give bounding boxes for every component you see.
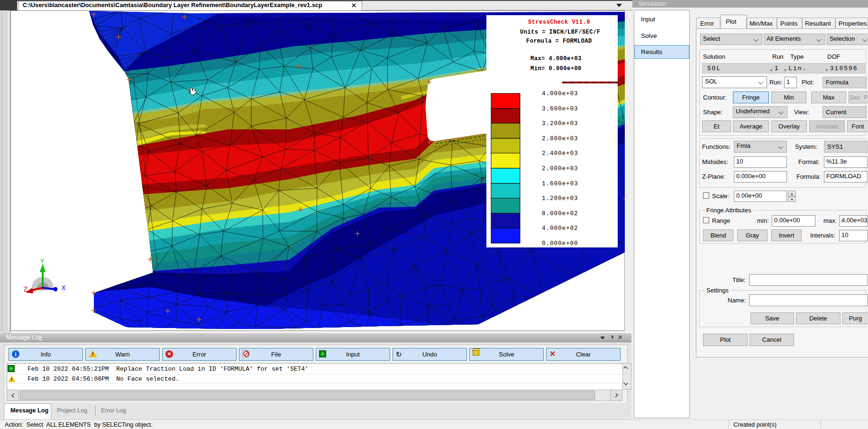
svg-text:Min= 0.000e+00: Min= 0.000e+00 [530, 65, 582, 72]
svg-text:Z: Z [24, 286, 27, 293]
svg-text:X: X [62, 284, 66, 292]
svg-text:3.600e+03: 3.600e+03 [542, 106, 578, 112]
svg-text:3.200e+03: 3.200e+03 [542, 120, 578, 127]
svg-text:Formula = FORMLOAD: Formula = FORMLOAD [526, 38, 592, 45]
svg-text:1.200e+03: 1.200e+03 [542, 195, 578, 202]
svg-text:Units = INCH/LBF/SEC/F: Units = INCH/LBF/SEC/F [520, 29, 600, 36]
svg-text:4.000e+03: 4.000e+03 [542, 91, 578, 97]
svg-text:2.800e+03: 2.800e+03 [542, 136, 578, 142]
svg-text:4.000e+02: 4.000e+02 [542, 225, 578, 232]
svg-text:1.600e+03: 1.600e+03 [542, 181, 578, 187]
svg-text:8.000e+02: 8.000e+02 [542, 210, 578, 217]
svg-text:Y: Y [40, 258, 45, 265]
svg-text:2.000e+03: 2.000e+03 [542, 165, 578, 172]
svg-text:StressCheck V11.0: StressCheck V11.0 [528, 19, 590, 26]
svg-text:0.000e+00: 0.000e+00 [542, 240, 578, 247]
svg-text:2.400e+03: 2.400e+03 [542, 150, 578, 157]
svg-text:Max= 4.000e+03: Max= 4.000e+03 [530, 55, 582, 62]
